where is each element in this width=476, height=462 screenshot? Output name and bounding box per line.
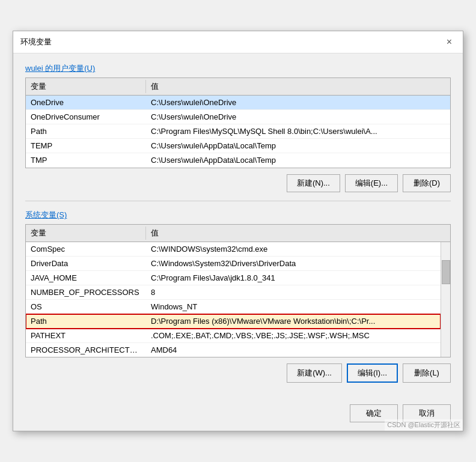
system-edit-button[interactable]: 编辑(I)... bbox=[347, 363, 398, 383]
system-val-col-header: 值 bbox=[146, 226, 450, 240]
title-bar: 环境变量 × bbox=[13, 31, 463, 53]
system-table-row[interactable]: NUMBER_OF_PROCESSORS8 bbox=[26, 285, 441, 300]
system-cell-var: Path bbox=[26, 315, 146, 327]
system-cell-val: C:\Program Files\Java\jdk1.8.0_341 bbox=[146, 272, 441, 284]
user-table-row[interactable]: TEMPC:\Users\wulei\AppData\Local\Temp bbox=[26, 139, 450, 153]
system-table-row[interactable]: ComSpecC:\WINDOWS\system32\cmd.exe bbox=[26, 242, 441, 257]
system-cell-var: DriverData bbox=[26, 258, 146, 269]
user-new-button[interactable]: 新建(N)... bbox=[287, 174, 340, 192]
system-cell-var: ComSpec bbox=[26, 243, 146, 255]
scrollbar-track[interactable] bbox=[441, 242, 450, 357]
user-delete-button[interactable]: 删除(D) bbox=[403, 174, 451, 192]
user-cell-var: TEMP bbox=[26, 140, 146, 151]
user-table-header: 变量 值 bbox=[26, 78, 450, 96]
system-delete-button[interactable]: 删除(L) bbox=[403, 363, 451, 383]
system-cell-var: PROCESSOR_ARCHITECTURE bbox=[26, 344, 146, 356]
user-cell-val: C:\Users\wulei\AppData\Local\Temp bbox=[146, 154, 450, 166]
system-cell-var: OS bbox=[26, 301, 146, 312]
user-table-row[interactable]: PathC:\Program Files\MySQL\MySQL Shell 8… bbox=[26, 124, 450, 139]
system-cell-val: .COM;.EXE;.BAT;.CMD;.VBS;.VBE;.JS;.JSE;.… bbox=[146, 330, 441, 341]
system-table-row[interactable]: PathD:\Program Files (x86)\VMware\VMware… bbox=[26, 314, 441, 329]
user-edit-button[interactable]: 编辑(E)... bbox=[345, 174, 398, 192]
system-section-label: 系统变量(S) bbox=[25, 210, 451, 220]
user-table-row[interactable]: OneDriveC:\Users\wulei\OneDrive bbox=[26, 96, 450, 110]
system-cell-var: JAVA_HOME bbox=[26, 272, 146, 284]
user-cell-val: C:\Program Files\MySQL\MySQL Shell 8.0\b… bbox=[146, 126, 450, 137]
system-cell-val: Windows_NT bbox=[146, 301, 441, 312]
user-cell-var: OneDrive bbox=[26, 97, 146, 108]
section-separator bbox=[25, 201, 451, 201]
system-cell-val: C:\Windows\System32\Drivers\DriverData bbox=[146, 258, 441, 269]
user-section-label: wulei 的用户变量(U) bbox=[25, 63, 451, 74]
system-cell-val: C:\WINDOWS\system32\cmd.exe bbox=[146, 243, 441, 255]
system-cell-var: PATHEXT bbox=[26, 330, 146, 341]
system-cell-val: 8 bbox=[146, 287, 441, 298]
user-table-row[interactable]: TMPC:\Users\wulei\AppData\Local\Temp bbox=[26, 153, 450, 167]
system-table-row[interactable]: JAVA_HOMEC:\Program Files\Java\jdk1.8.0_… bbox=[26, 271, 441, 285]
user-cell-val: C:\Users\wulei\AppData\Local\Temp bbox=[146, 140, 450, 151]
system-cell-val: AMD64 bbox=[146, 344, 441, 356]
system-table-row[interactable]: DriverDataC:\Windows\System32\Drivers\Dr… bbox=[26, 257, 441, 271]
system-var-col-header: 变量 bbox=[26, 226, 146, 240]
system-table-row[interactable]: OSWindows_NT bbox=[26, 300, 441, 314]
system-table-header: 变量 值 bbox=[26, 225, 450, 242]
user-cell-val: C:\Users\wulei\OneDrive bbox=[146, 97, 450, 108]
user-cell-var: TMP bbox=[26, 154, 146, 166]
system-cell-var: NUMBER_OF_PROCESSORS bbox=[26, 287, 146, 298]
user-cell-var: Path bbox=[26, 126, 146, 137]
close-button[interactable]: × bbox=[443, 36, 456, 48]
system-table-row[interactable]: PROCESSOR_ARCHITECTUREAMD64 bbox=[26, 343, 441, 357]
user-buttons-row: 新建(N)... 编辑(E)... 删除(D) bbox=[25, 174, 451, 192]
system-buttons-row: 新建(W)... 编辑(I)... 删除(L) bbox=[25, 363, 451, 383]
watermark: CSDN @Elastic开源社区 bbox=[385, 419, 463, 431]
scrollbar-thumb[interactable] bbox=[442, 260, 450, 284]
user-cell-var: OneDriveConsumer bbox=[26, 111, 146, 123]
dialog-title: 环境变量 bbox=[20, 37, 52, 47]
user-table-body: OneDriveC:\Users\wulei\OneDriveOneDriveC… bbox=[26, 96, 450, 168]
system-table-row[interactable]: PATHEXT.COM;.EXE;.BAT;.CMD;.VBS;.VBE;.JS… bbox=[26, 329, 441, 343]
dialog-body: wulei 的用户变量(U) 变量 值 OneDriveC:\Users\wul… bbox=[13, 53, 463, 398]
system-new-button[interactable]: 新建(W)... bbox=[287, 363, 342, 383]
user-var-col-header: 变量 bbox=[26, 80, 146, 93]
environment-variables-dialog: 环境变量 × wulei 的用户变量(U) 变量 值 OneDriveC:\Us… bbox=[13, 31, 463, 431]
system-table-body: ComSpecC:\WINDOWS\system32\cmd.exeDriver… bbox=[26, 242, 441, 357]
user-cell-val: C:\Users\wulei\OneDrive bbox=[146, 111, 450, 123]
system-cell-val: D:\Program Files (x86)\VMware\VMware Wor… bbox=[146, 315, 441, 327]
user-variables-table: 变量 值 OneDriveC:\Users\wulei\OneDriveOneD… bbox=[25, 78, 451, 168]
user-table-row[interactable]: OneDriveConsumerC:\Users\wulei\OneDrive bbox=[26, 110, 450, 124]
system-table-scroll-area: ComSpecC:\WINDOWS\system32\cmd.exeDriver… bbox=[26, 242, 441, 357]
user-val-col-header: 值 bbox=[146, 80, 450, 93]
system-variables-table: 变量 值 ComSpecC:\WINDOWS\system32\cmd.exeD… bbox=[25, 224, 451, 357]
